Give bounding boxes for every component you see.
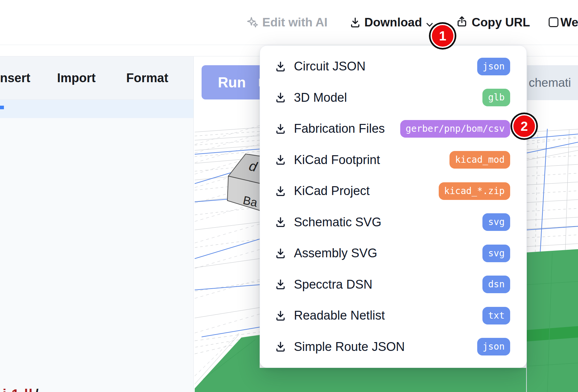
editor-menubar: nsert Import Format <box>0 56 193 100</box>
download-icon <box>349 16 361 29</box>
menu-item-fabrication-files[interactable]: Fabrication Files gerber/pnp/bom/csv <box>260 113 526 144</box>
menu-format[interactable]: Format <box>126 56 168 99</box>
format-badge: kicad_mod <box>449 151 510 169</box>
editor-active-line <box>0 100 193 118</box>
step-badge-1: 1 <box>431 24 455 48</box>
menu-item-3d-model[interactable]: 3D Model glb <box>260 82 526 113</box>
menu-item-schematic-svg[interactable]: Schematic SVG svg <box>260 207 526 238</box>
editor-error-text: i 1 ll / <box>3 386 87 392</box>
copy-url-button[interactable]: Copy URL <box>472 0 530 45</box>
step-badge-2: 2 <box>512 114 536 138</box>
menu-item-assembly-svg[interactable]: Assembly SVG svg <box>260 238 526 269</box>
format-badge: json <box>477 338 510 355</box>
format-badge: json <box>477 58 510 75</box>
download-icon <box>274 91 287 104</box>
download-icon <box>274 340 287 353</box>
top-toolbar: Edit with AI Download Copy URL We <box>0 0 578 45</box>
menu-item-specctra-dsn[interactable]: Specctra DSN dsn <box>260 269 526 300</box>
web-checkbox-label: We <box>560 0 578 45</box>
menu-insert[interactable]: nsert <box>0 56 30 99</box>
menu-import[interactable]: Import <box>57 56 96 99</box>
download-icon <box>274 216 287 228</box>
format-badge: dsn <box>482 276 510 293</box>
download-icon <box>274 185 287 197</box>
format-badge: gerber/pnp/bom/csv <box>400 120 510 138</box>
format-badge: svg <box>482 213 510 231</box>
format-badge: kicad_*.zip <box>439 182 510 200</box>
menu-item-simple-route-json[interactable]: Simple Route JSON json <box>260 331 526 363</box>
download-icon <box>274 278 287 291</box>
menu-item-kicad-footprint[interactable]: KiCad Footprint kicad_mod <box>260 144 526 176</box>
edit-with-ai-button[interactable]: Edit with AI <box>262 0 327 45</box>
code-editor-pane[interactable]: nsert Import Format i 1 ll / <box>0 56 194 392</box>
sparkles-icon <box>246 15 259 28</box>
download-icon <box>274 247 287 260</box>
download-button[interactable]: Download <box>364 0 422 45</box>
download-icon <box>274 60 287 73</box>
format-badge: txt <box>482 307 510 324</box>
format-badge: svg <box>482 245 510 262</box>
download-dropdown-menu: Circuit JSON json 3D Model glb Fabricati… <box>260 45 527 368</box>
menu-item-readable-netlist[interactable]: Readable Netlist txt <box>260 300 526 331</box>
menu-item-kicad-project[interactable]: KiCad Project kicad_*.zip <box>260 175 526 207</box>
run-button-label: Run <box>218 74 246 91</box>
format-badge: glb <box>482 89 510 106</box>
web-checkbox[interactable] <box>549 17 558 27</box>
menu-item-circuit-json[interactable]: Circuit JSON json <box>260 51 526 82</box>
tab-schematic[interactable]: chemati <box>527 65 578 100</box>
download-icon <box>274 154 287 166</box>
editor-line-marker <box>0 106 4 109</box>
download-icon <box>274 309 287 322</box>
share-icon <box>456 15 468 28</box>
download-icon <box>274 123 287 135</box>
